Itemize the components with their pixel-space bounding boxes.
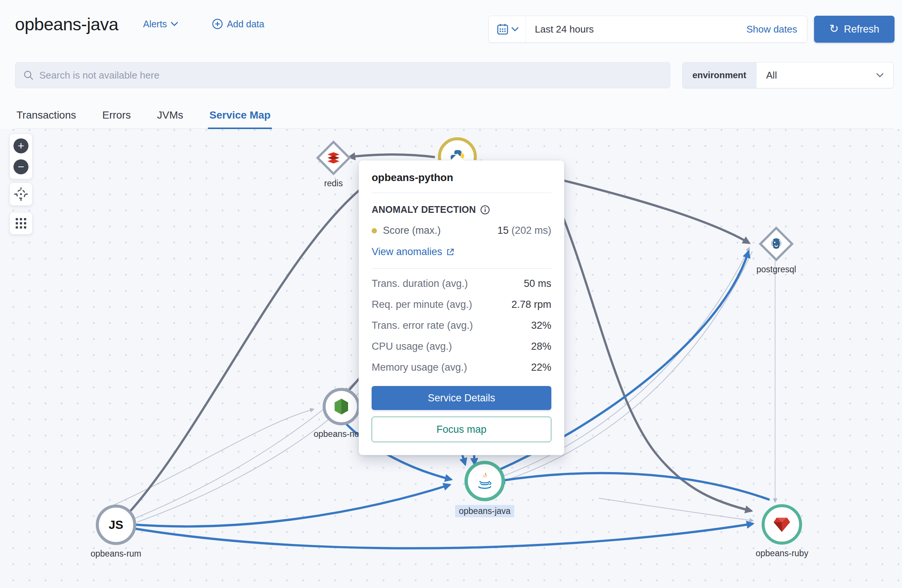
time-picker-group: Last 24 hours Show dates ↻ Refresh [489,16,894,43]
calendar-icon [497,23,508,35]
zoom-in-button[interactable]: + [14,138,28,153]
anomaly-heading-label: ANOMALY DETECTION [372,204,476,215]
node-opbeans-java[interactable]: opbeans-java [455,461,514,517]
calendar-menu-button[interactable] [489,16,526,42]
metric-row: CPU usage (avg.) 28% [372,341,551,352]
refresh-label: Refresh [844,23,880,35]
chevron-down-icon [171,22,178,26]
show-dates-button[interactable]: Show dates [746,23,807,35]
nodejs-icon [334,398,349,415]
anomaly-detection-heading: ANOMALY DETECTION [372,204,551,215]
metric-value: 28% [531,341,551,352]
focus-map-button[interactable]: Focus map [372,417,551,442]
time-range-value[interactable]: Last 24 hours [526,23,746,35]
metric-label: Memory usage (avg.) [372,362,467,373]
date-picker[interactable]: Last 24 hours Show dates [489,16,807,43]
node-label: redis [324,178,343,189]
metric-value: 50 ms [524,278,551,289]
anomaly-severity-dot [372,228,377,233]
service-tabs: Transactions Errors JVMs Service Map [15,102,894,129]
java-icon [476,471,493,491]
minus-icon: − [17,161,24,172]
external-link-icon [446,248,454,256]
node-label: postgresql [756,264,796,275]
alerts-label: Alerts [143,19,167,30]
environment-select[interactable]: All [756,63,893,88]
redis-icon [327,152,340,164]
grid-icon [15,217,27,230]
anomaly-score-row: Score (max.) 15 (202 ms) [372,225,551,236]
metric-label: Trans. duration (avg.) [372,278,468,289]
map-grid-button[interactable] [9,212,33,235]
metric-label: Req. per minute (avg.) [372,299,472,310]
node-label-selected: opbeans-java [455,505,514,517]
metric-row: Trans. error rate (avg.) 32% [372,320,551,332]
refresh-button[interactable]: ↻ Refresh [814,16,894,43]
crosshair-icon [14,187,28,202]
javascript-icon: JS [108,518,123,532]
popover-title: opbeans-python [372,172,551,193]
refresh-icon: ↻ [829,23,839,34]
filter-bar: environment All [15,62,894,88]
metric-row: Req. per minute (avg.) 2.78 rpm [372,299,551,310]
plus-circle-icon [212,18,223,30]
chevron-down-icon [876,73,884,77]
tab-jvms[interactable]: JVMs [155,102,185,128]
search-input[interactable] [39,70,662,81]
metric-row: Trans. duration (avg.) 50 ms [372,278,551,289]
plus-icon: + [17,140,24,152]
tab-transactions[interactable]: Transactions [15,102,77,128]
tab-errors[interactable]: Errors [101,102,132,128]
postgresql-icon [769,237,783,250]
apm-service-page: opbeans-java Alerts Add data Last 24 hou… [0,0,902,588]
info-icon[interactable] [480,205,490,215]
add-data-label: Add data [227,19,264,30]
metric-value: 22% [531,362,551,373]
center-map-button[interactable] [9,183,33,206]
zoom-out-button[interactable]: − [14,160,28,174]
view-anomalies-link[interactable]: View anomalies [372,246,551,269]
page-title: opbeans-java [15,14,118,34]
metric-label: Trans. error rate (avg.) [372,320,473,332]
node-opbeans-rum[interactable]: JS opbeans-rum [91,505,141,559]
environment-filter: environment All [682,62,894,88]
score-value: 15 (202 ms) [497,225,551,236]
ruby-icon [773,516,791,533]
metric-value: 32% [531,320,551,332]
node-opbeans-ruby[interactable]: opbeans-ruby [756,504,808,558]
score-label: Score (max.) [383,225,441,236]
search-box[interactable] [15,62,670,88]
node-label: opbeans-rum [91,549,141,559]
metric-row: Memory usage (avg.) 22% [372,362,551,373]
add-data-button[interactable]: Add data [212,18,264,30]
chevron-down-icon [511,27,519,31]
metric-label: CPU usage (avg.) [372,341,452,352]
node-redis[interactable]: redis [316,141,350,189]
environment-selected-value: All [766,70,777,81]
node-postgresql[interactable]: postgresql [756,227,796,275]
metric-value: 2.78 rpm [511,299,551,310]
view-anomalies-label: View anomalies [372,246,442,258]
environment-filter-label: environment [683,63,756,88]
search-icon [23,70,34,81]
alerts-menu[interactable]: Alerts [143,19,178,30]
tab-service-map[interactable]: Service Map [208,102,272,128]
service-popover-opbeans-python: opbeans-python ANOMALY DETECTION Score (… [359,160,564,455]
node-label: opbeans-ruby [756,548,808,558]
zoom-controls: + − [9,133,33,179]
service-details-button[interactable]: Service Details [372,386,551,410]
